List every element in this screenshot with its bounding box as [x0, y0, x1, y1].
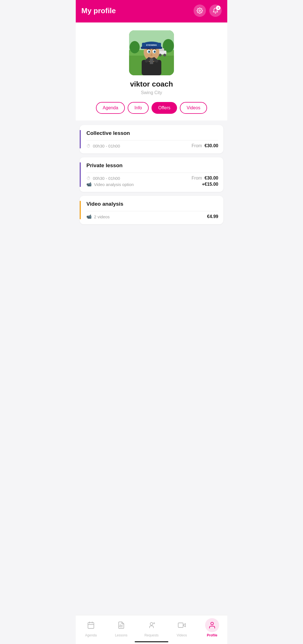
price-value: €4.99 [207, 214, 218, 219]
svg-marker-33 [183, 623, 185, 627]
offer-row-time: ⏱ 00h30 - 01h00 From €30.00 [86, 176, 218, 181]
divider [86, 173, 218, 173]
home-indicator [135, 641, 168, 642]
settings-button[interactable] [194, 4, 206, 17]
svg-point-22 [154, 51, 155, 53]
bottom-nav: Agenda Lessons Requests [76, 615, 227, 644]
tab-info[interactable]: Info [128, 102, 149, 114]
nav-agenda-label: Agenda [85, 633, 97, 637]
notification-count: 1 [216, 6, 221, 10]
profile-location: Swing City [141, 90, 162, 95]
offer-row-videos: 📹 2 videos €4.99 [86, 214, 218, 219]
offer-videos-text: 2 videos [94, 214, 110, 219]
offer-title-private: Private lesson [86, 162, 218, 169]
svg-point-4 [130, 41, 140, 53]
svg-point-7 [159, 54, 162, 56]
offer-time: 00h30 - 01h00 [93, 176, 120, 181]
price-extra: +€15.00 [202, 182, 218, 187]
tab-offers[interactable]: Offers [152, 102, 177, 114]
svg-point-21 [149, 51, 150, 53]
divider [86, 140, 218, 140]
svg-rect-24 [88, 623, 94, 629]
offer-row-time: ⏱ 00h30 - 01h00 From €30.00 [86, 143, 218, 148]
clock-icon: ⏱ [86, 176, 91, 181]
offer-row-video: 📹 Video analysis option +€15.00 [86, 182, 218, 187]
header-actions: 1 [194, 4, 222, 17]
svg-point-30 [150, 623, 153, 625]
svg-text:EYESWING: EYESWING [146, 44, 157, 46]
profile-name: viktor coach [130, 80, 173, 89]
svg-point-5 [163, 39, 174, 53]
offer-price: From €30.00 [192, 143, 218, 148]
tab-agenda[interactable]: Agenda [96, 102, 125, 114]
from-label: From [192, 143, 202, 148]
nav-videos[interactable]: Videos [167, 618, 197, 637]
nav-agenda[interactable]: Agenda [76, 618, 106, 637]
tab-videos[interactable]: Videos [180, 102, 207, 114]
price-value: €30.00 [205, 143, 218, 148]
nav-requests-label: Requests [144, 633, 159, 637]
avatar: EYESWING [129, 30, 174, 75]
offer-title-video: Video analysis [86, 201, 218, 207]
clock-icon: ⏱ [86, 144, 91, 148]
offer-card-video-analysis[interactable]: Video analysis 📹 2 videos €4.99 [80, 196, 223, 224]
nav-lessons-label: Lessons [115, 633, 128, 637]
svg-rect-15 [141, 47, 162, 49]
svg-point-35 [211, 622, 213, 625]
header: My profile 1 [76, 0, 227, 22]
notifications-button[interactable]: 1 [209, 4, 222, 17]
offer-card-private[interactable]: Private lesson ⏱ 00h30 - 01h00 From €30.… [80, 157, 223, 192]
svg-point-0 [199, 10, 201, 12]
from-label: From [192, 176, 202, 180]
offer-price: From €30.00 [192, 176, 218, 181]
nav-profile[interactable]: Profile [197, 618, 227, 637]
nav-requests[interactable]: Requests [136, 618, 167, 637]
offer-video-text: Video analysis option [94, 182, 134, 187]
offer-time: 00h30 - 01h00 [93, 144, 120, 148]
svg-rect-23 [150, 58, 153, 64]
offer-card-collective[interactable]: Collective lesson ⏱ 00h30 - 01h00 From €… [80, 125, 223, 153]
video-icon: 📹 [86, 214, 92, 219]
svg-rect-34 [178, 623, 183, 627]
nav-videos-label: Videos [177, 633, 187, 637]
svg-point-8 [163, 54, 166, 56]
nav-profile-label: Profile [207, 633, 217, 637]
video-icon: 📹 [86, 182, 92, 187]
page-title: My profile [81, 6, 116, 15]
divider [86, 211, 218, 211]
offer-title-collective: Collective lesson [86, 130, 218, 136]
tabs-row: Agenda Info Offers Videos [96, 101, 207, 116]
price-value: €30.00 [205, 176, 218, 180]
nav-lessons[interactable]: Lessons [106, 618, 136, 637]
offers-content: Collective lesson ⏱ 00h30 - 01h00 From €… [76, 121, 227, 258]
profile-section: EYESWING viktor coach Swing City Agenda … [76, 22, 227, 121]
